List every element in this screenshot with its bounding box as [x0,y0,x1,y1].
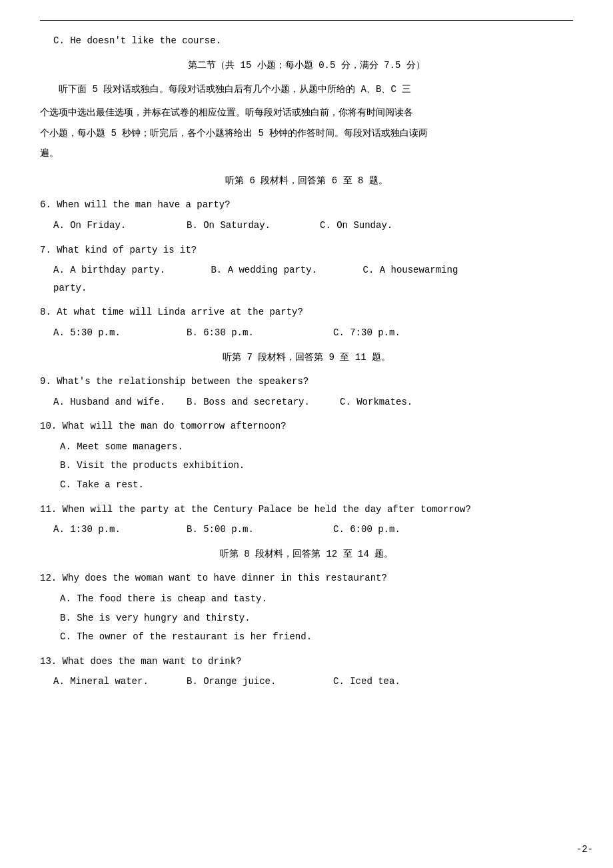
q7-option-c-wrap: party. [40,279,573,297]
question-7-block: 7. What kind of party is it? A. A birthd… [40,241,573,297]
q10-option-c: C. Take a rest. [60,476,573,494]
page-number: -2- [576,844,593,855]
q12-option-c: C. The owner of the restaurant is her fr… [60,628,573,646]
q8-option-a: A. 5:30 p.m. [53,324,187,342]
q6-option-c: C. On Sunday. [320,217,453,235]
q6-option-a: A. On Friday. [53,217,187,235]
top-rule [40,20,573,21]
q8-option-b: B. 6:30 p.m. [187,324,333,342]
instruction-line4: 遍。 [40,145,573,163]
question-13-options: A. Mineral water. B. Orange juice. C. Ic… [40,673,573,691]
section-c-option: C. He doesn't like the course. [40,33,573,49]
q13-option-b: B. Orange juice. [187,673,333,691]
instruction-line2: 个选项中选出最佳选项，并标在试卷的相应位置。听每段对话或独白前，你将有时间阅读各 [40,104,573,122]
instruction-block: 听下面 5 段对话或独白。每段对话或独白后有几个小题，从题中所给的 A、B、C … [40,81,573,99]
q12-option-a: A. The food there is cheap and tasty. [60,590,573,608]
q10-option-b: B. Visit the products exhibition. [60,457,573,475]
question-13-block: 13. What does the man want to drink? A. … [40,653,573,691]
q12-option-b: B. She is very hungry and thirsty. [60,609,573,627]
question-13-text: 13. What does the man want to drink? [40,653,573,671]
q10-option-a: A. Meet some managers. [60,438,573,456]
q11-option-c: C. 6:00 p.m. [333,521,466,539]
question-6-options: A. On Friday. B. On Saturday. C. On Sund… [40,217,573,235]
q9-option-a: A. Husband and wife. [53,393,187,411]
question-7-options: A. A birthday party. B. A wedding party.… [40,261,573,279]
question-10-block: 10. What will the man do tomorrow aftern… [40,417,573,493]
q11-option-a: A. 1:30 p.m. [53,521,187,539]
q9-option-c: C. Workmates. [340,393,473,411]
question-9-options: A. Husband and wife. B. Boss and secreta… [40,393,573,411]
question-9-block: 9. What's the relationship between the s… [40,373,573,411]
page: C. He doesn't like the course. 第二节（共 15 … [0,0,613,868]
question-8-options: A. 5:30 p.m. B. 6:30 p.m. C. 7:30 p.m. [40,324,573,342]
question-12-options: A. The food there is cheap and tasty. B.… [40,590,573,646]
question-11-options: A. 1:30 p.m. B. 5:00 p.m. C. 6:00 p.m. [40,521,573,539]
sub-instruction-9-11: 听第 7 段材料，回答第 9 至 11 题。 [40,349,573,367]
question-10-text: 10. What will the man do tomorrow aftern… [40,417,573,435]
q6-option-b: B. On Saturday. [187,217,320,235]
question-10-options: A. Meet some managers. B. Visit the prod… [40,438,573,494]
section-c-text: C. He doesn't like the course. [53,35,221,46]
q9-option-b: B. Boss and secretary. [187,393,340,411]
question-9-text: 9. What's the relationship between the s… [40,373,573,391]
question-8-block: 8. At what time will Linda arrive at the… [40,303,573,341]
q13-option-a: A. Mineral water. [53,673,187,691]
question-12-text: 12. Why does the woman want to have dinn… [40,569,573,587]
question-6-text: 6. When will the man have a party? [40,196,573,214]
q13-option-c: C. Iced tea. [333,673,466,691]
q11-option-b: B. 5:00 p.m. [187,521,333,539]
question-8-text: 8. At what time will Linda arrive at the… [40,303,573,321]
q8-option-c: C. 7:30 p.m. [333,324,466,342]
question-7-text: 7. What kind of party is it? [40,241,573,259]
question-6-block: 6. When will the man have a party? A. On… [40,196,573,234]
sub-instruction-6-8: 听第 6 段材料，回答第 6 至 8 题。 [40,172,573,190]
q7-option-a: A. A birthday party. [53,265,165,275]
question-11-block: 11. When will the party at the Century P… [40,501,573,539]
question-12-block: 12. Why does the woman want to have dinn… [40,569,573,645]
instruction-line3: 个小题，每小题 5 秒钟；听完后，各个小题将给出 5 秒钟的作答时间。每段对话或… [40,125,573,143]
section2-title: 第二节（共 15 小题；每小题 0.5 分，满分 7.5 分） [40,57,573,74]
question-11-text: 11. When will the party at the Century P… [40,501,573,519]
sub-instruction-12-14: 听第 8 段材料，回答第 12 至 14 题。 [40,545,573,563]
q7-option-c-line1: C. A housewarming [362,265,458,275]
q7-option-b: B. A wedding party. [211,265,317,275]
